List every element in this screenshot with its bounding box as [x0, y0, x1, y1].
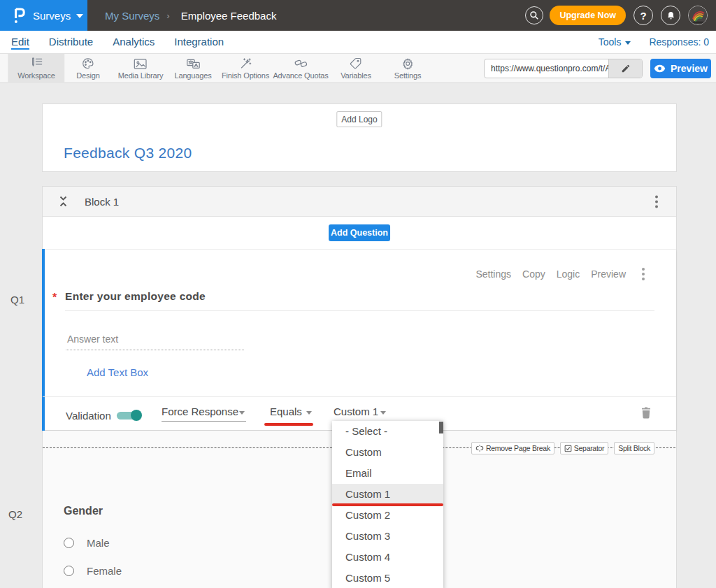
radio-label: Female	[87, 565, 122, 577]
radio-label: Male	[87, 537, 110, 549]
option-custom-3[interactable]: Custom 3	[332, 526, 443, 547]
preview-label: Preview	[671, 63, 708, 74]
pencil-icon	[621, 64, 631, 73]
remove-page-break-label: Remove Page Break	[486, 444, 550, 452]
variables-icon	[349, 57, 363, 70]
question-actions: Settings Copy Logic Preview	[475, 266, 645, 281]
toolbar-item-workspace[interactable]: Workspace	[8, 54, 64, 83]
broken-link-icon	[475, 444, 484, 452]
collapse-block-icon[interactable]	[59, 196, 68, 207]
toolbar-label: Media Library	[118, 71, 164, 80]
force-response-dropdown[interactable]: Force Response	[162, 406, 246, 422]
question-mark-icon: ?	[640, 10, 646, 22]
answer-placeholder[interactable]: Answer text	[67, 334, 118, 345]
required-asterisk: *	[52, 292, 57, 304]
toolbar-label: Design	[76, 71, 99, 80]
tab-distribute[interactable]: Distribute	[49, 32, 93, 52]
question-1-panel: Settings Copy Logic Preview * Enter your…	[43, 249, 676, 431]
block-menu-button[interactable]	[655, 194, 658, 209]
question-2-index: Q2	[8, 508, 22, 520]
breadcrumb-chevron-icon: ›	[166, 10, 169, 21]
tab-analytics[interactable]: Analytics	[113, 32, 155, 52]
split-block-label: Split Block	[618, 444, 650, 452]
toolbar-item-media-library[interactable]: Media Library	[118, 54, 164, 83]
upgrade-now-button[interactable]: Upgrade Now	[550, 6, 626, 25]
delete-validation-button[interactable]	[641, 407, 651, 419]
breadcrumb-my-surveys[interactable]: My Surveys	[105, 10, 159, 22]
help-button[interactable]: ?	[633, 6, 653, 25]
avatar[interactable]	[688, 6, 708, 25]
add-text-box-link[interactable]: Add Text Box	[87, 366, 148, 378]
brand-label: Surveys	[33, 10, 71, 22]
radio-option-male[interactable]: Male	[64, 537, 110, 549]
survey-title[interactable]: Feedback Q3 2020	[64, 145, 192, 162]
question-1-text[interactable]: Enter your employee code	[65, 290, 206, 303]
toolbar-item-settings[interactable]: Settings	[394, 54, 422, 83]
split-block-button[interactable]: Split Block	[614, 442, 654, 454]
caret-down-icon	[239, 411, 245, 415]
option-custom-5[interactable]: Custom 5	[332, 568, 443, 588]
eye-icon	[654, 64, 666, 73]
question-preview-link[interactable]: Preview	[591, 268, 626, 280]
toolbar-label: Workspace	[17, 71, 55, 80]
validation-type-dropdown[interactable]: Custom 1	[334, 406, 387, 422]
toolbar-item-finish-options[interactable]: Finish Options	[222, 54, 269, 83]
toolbar-label: Finish Options	[222, 71, 269, 80]
validation-type-options: - Select - Custom Email Custom 1 Custom …	[332, 421, 443, 588]
toolbar-item-advance-quotas[interactable]: Advance Quotas	[273, 54, 328, 83]
languages-icon	[186, 57, 200, 70]
toolbar-label: Settings	[394, 71, 422, 80]
survey-nav: Edit Distribute Analytics Integration To…	[0, 31, 716, 54]
toolbar-item-languages[interactable]: Languages	[174, 54, 211, 83]
tab-edit[interactable]: Edit	[11, 32, 29, 52]
toolbar-item-design[interactable]: Design	[76, 54, 99, 83]
toolbar-label: Advance Quotas	[273, 71, 328, 80]
option-custom-1[interactable]: Custom 1	[332, 484, 443, 505]
toggle-knob	[131, 410, 142, 421]
option-select[interactable]: - Select -	[332, 421, 443, 442]
radio-option-female[interactable]: Female	[64, 565, 122, 577]
operator-dropdown[interactable]: Equals	[264, 406, 313, 422]
workspace-icon	[29, 57, 43, 70]
toolbar-label: Variables	[341, 71, 371, 80]
question-settings-link[interactable]: Settings	[475, 268, 511, 280]
validation-toggle[interactable]	[117, 412, 141, 420]
dropdown-scrollbar-thumb[interactable]	[439, 422, 443, 433]
radio-icon[interactable]	[64, 566, 74, 576]
question-2-text[interactable]: Gender	[64, 505, 103, 517]
separator-button[interactable]: Separator	[560, 442, 608, 454]
nav-tabs: Edit Distribute Analytics Integration	[0, 32, 243, 52]
tools-label: Tools	[599, 36, 622, 48]
option-custom-2[interactable]: Custom 2	[332, 505, 443, 526]
question-logic-link[interactable]: Logic	[557, 268, 580, 280]
operator-error-underline	[264, 423, 313, 426]
toolbar-label: Languages	[174, 71, 211, 80]
remove-page-break-button[interactable]: Remove Page Break	[471, 442, 554, 454]
option-custom-4[interactable]: Custom 4	[332, 547, 443, 568]
add-question-button[interactable]: Add Question	[329, 224, 390, 241]
separator-label: Separator	[574, 444, 604, 452]
block-title: Block 1	[85, 196, 119, 208]
tab-integration[interactable]: Integration	[174, 32, 224, 52]
edit-url-button[interactable]	[608, 59, 642, 78]
top-bar: Surveys My Surveys › Employee Feedback U…	[0, 0, 716, 31]
radio-icon[interactable]	[64, 538, 74, 548]
option-email[interactable]: Email	[332, 463, 443, 484]
brand-menu[interactable]: Surveys	[0, 0, 87, 31]
block-header: Block 1	[43, 187, 676, 217]
question-copy-link[interactable]: Copy	[522, 268, 545, 280]
option-custom[interactable]: Custom	[332, 442, 443, 463]
preview-button[interactable]: Preview	[650, 59, 711, 78]
responses-count[interactable]: Responses: 0	[649, 36, 709, 48]
toolbar-item-variables[interactable]: Variables	[341, 54, 371, 83]
bell-icon	[666, 10, 676, 21]
add-logo-button[interactable]: Add Logo	[336, 111, 382, 127]
add-question-row: Add Question	[43, 217, 676, 249]
question-menu-button[interactable]	[642, 266, 645, 281]
search-button[interactable]	[525, 6, 543, 24]
tools-menu[interactable]: Tools	[599, 36, 631, 48]
survey-url-field[interactable]: https://www.questionpro.com/t/A	[484, 59, 643, 78]
validation-divider	[43, 396, 676, 397]
topbar-actions: Upgrade Now ?	[525, 6, 716, 25]
notifications-button[interactable]	[661, 6, 680, 25]
